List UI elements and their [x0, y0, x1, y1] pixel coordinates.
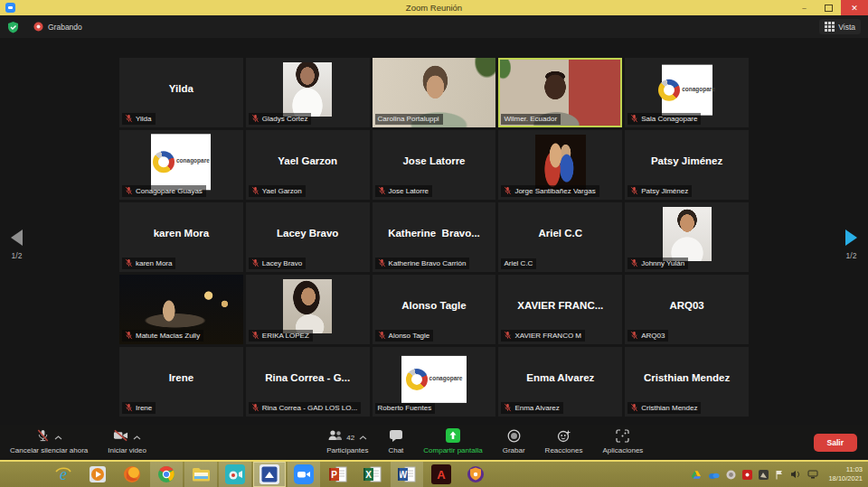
participant-label: Lacey Bravo [249, 258, 306, 269]
restore-button[interactable] [816, 0, 841, 15]
tray-volume-icon[interactable] [790, 470, 801, 479]
previous-page-button[interactable]: 1/2 [11, 229, 23, 260]
reactions-button[interactable]: Reacciones [535, 425, 593, 460]
participant-label-text: Conagopare Guayas [136, 187, 203, 195]
participant-label: Jorge Santibañez Vargas [501, 185, 599, 197]
arrow-left-icon [11, 229, 23, 246]
tray-google-drive-icon[interactable] [691, 470, 702, 480]
next-page-button[interactable]: 1/2 [845, 229, 857, 260]
taskbar-word-icon[interactable]: W [391, 462, 423, 487]
participant-tile[interactable]: conagopareRoberto Fuentes [373, 347, 496, 417]
participant-photo [535, 135, 586, 192]
taskbar-powerpoint-icon[interactable]: P [322, 462, 354, 487]
participant-label-text: Sala Conagopare [641, 115, 697, 123]
taskbar-zoom-icon[interactable] [288, 462, 320, 487]
participant-tile[interactable]: Carolina Portaluppi [373, 58, 496, 127]
participant-tile[interactable]: Lacey BravoLacey Bravo [246, 202, 370, 272]
participant-tile[interactable]: Cristhian MendezCristhian Mendez [625, 347, 749, 417]
tray-browser-icon[interactable] [726, 470, 736, 480]
leave-meeting-button[interactable]: Salir [814, 434, 857, 452]
mic-off-icon [251, 331, 259, 340]
participant-tile[interactable]: IreneIrene [119, 347, 243, 417]
close-button[interactable]: ✕ [841, 0, 868, 15]
chevron-up-icon[interactable] [133, 435, 141, 440]
svg-text:W: W [399, 470, 408, 480]
participant-photo [283, 279, 332, 333]
grid-view-icon [825, 22, 835, 32]
minimize-button[interactable]: – [792, 0, 816, 15]
participant-photo [663, 207, 712, 261]
participant-label: Carolina Portaluppi [375, 114, 443, 125]
participant-tile[interactable]: Gladys Cortez [246, 58, 370, 127]
participant-tile[interactable]: ARQ03ARQ03 [625, 275, 749, 344]
participant-label: XAVIER FRANCO M [501, 330, 585, 342]
tray-dark-app-icon[interactable] [759, 470, 769, 480]
toolbar-button-label: Compartir pantalla [423, 446, 482, 454]
chat-button[interactable]: Chat [378, 425, 413, 460]
participant-tile[interactable]: conagopareConagopare Guayas [119, 130, 243, 200]
participant-tile[interactable]: karen Morakaren Mora [119, 202, 243, 272]
participant-tile[interactable]: Wilmer. Ecuador [498, 58, 622, 127]
taskbar-file-explorer-icon[interactable] [184, 462, 217, 487]
participant-name-center: Katherine Bravo... [373, 202, 496, 263]
participant-tile[interactable]: Ariel C.CAriel C.C [498, 202, 622, 272]
taskbar-acrobat-icon[interactable]: A [425, 462, 458, 487]
taskbar-antivirus-icon[interactable] [459, 462, 492, 487]
participant-tile[interactable]: Matute Macias Zully [119, 275, 243, 344]
tray-acrobat-red-icon[interactable] [742, 470, 752, 480]
toolbar-button-label: Chat [388, 446, 403, 454]
participant-label: Gladys Cortez [249, 113, 312, 125]
participant-tile[interactable]: Patsy JiménezPatsy Jiménez [625, 130, 749, 200]
participant-tile[interactable]: ERIKA LOPEZ [246, 275, 370, 344]
video-button[interactable]: Iniciar video [98, 425, 156, 460]
taskbar-camera-app-icon[interactable] [219, 462, 251, 487]
tray-flag-icon[interactable] [775, 470, 784, 480]
participant-tile[interactable]: Johnny Yulán [625, 202, 749, 272]
apps-button[interactable]: Aplicaciones [592, 425, 653, 460]
logo-ring-icon [153, 151, 175, 173]
tray-onedrive-icon[interactable] [708, 471, 720, 479]
tray-network-icon[interactable] [807, 470, 818, 479]
taskbar-excel-icon[interactable]: X [356, 462, 389, 487]
participant-tile[interactable]: Jorge Santibañez Vargas [498, 130, 622, 200]
taskbar-firefox-icon[interactable] [116, 462, 148, 487]
chevron-up-icon[interactable] [54, 435, 62, 440]
participant-tile[interactable]: Katherine Bravo...Katherine Bravo Carrió… [373, 202, 496, 272]
zoom-toolbar: Cancelar silenciar ahoraIniciar video 42… [0, 425, 868, 462]
participant-label: Cristhian Mendez [627, 402, 701, 414]
participant-tile[interactable]: Rina Correa - G...Rina Correa - GAD LOS … [246, 347, 370, 417]
participant-tile[interactable]: XAVIER FRANC...XAVIER FRANCO M [498, 275, 622, 344]
participant-name-center: Patsy Jiménez [625, 130, 749, 191]
participant-label: Jose Latorre [375, 185, 432, 197]
mic-off-icon [504, 331, 512, 340]
participant-tile[interactable]: Enma AlvarezEnma Alvarez [498, 347, 622, 417]
participant-tile[interactable]: YildaYilda [119, 58, 243, 127]
taskbar-internet-explorer-icon[interactable]: e [47, 462, 80, 487]
participants-button[interactable]: 42Participantes [316, 425, 378, 460]
participant-label: Wilmer. Ecuador [501, 114, 561, 125]
taskbar-chrome-icon[interactable] [150, 462, 183, 487]
participant-tile[interactable]: Alonso TagleAlonso Tagle [373, 275, 496, 344]
participant-tile[interactable]: Yael GarzonYael Garzon [246, 130, 370, 200]
chevron-up-icon[interactable] [359, 435, 367, 440]
mute-button[interactable]: Cancelar silenciar ahora [0, 425, 98, 460]
taskbar-scan-app-icon[interactable] [253, 462, 286, 487]
participant-label: Yilda [122, 113, 156, 125]
mic-off-icon [125, 186, 133, 195]
share-button[interactable]: Compartir pantalla [413, 425, 492, 460]
mic-off-icon [125, 258, 133, 267]
window-title: Zoom Reunión [0, 3, 868, 13]
recording-indicator[interactable]: Grabando [33, 22, 82, 32]
participant-label-text: Lacey Bravo [262, 259, 302, 267]
taskbar-clock[interactable]: 11:03 18/10/2021 [825, 465, 863, 483]
participant-tile[interactable]: Jose LatorreJose Latorre [373, 130, 496, 200]
record-button[interactable]: Grabar [493, 425, 535, 460]
participant-tile[interactable]: conagopareSala Conagopare [625, 58, 749, 127]
participant-label-text: Gladys Cortez [262, 115, 308, 123]
window-titlebar: Zoom Reunión – ✕ [0, 0, 868, 15]
view-button[interactable]: Vista [819, 19, 861, 34]
participants-count: 42 [346, 434, 354, 442]
participant-label-text: karen Mora [136, 259, 172, 267]
participant-label-text: Wilmer. Ecuador [504, 115, 557, 123]
taskbar-media-player-icon[interactable] [81, 462, 114, 487]
